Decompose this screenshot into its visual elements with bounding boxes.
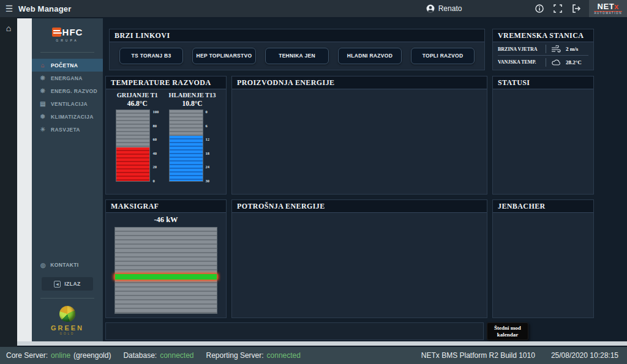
database-status: Database: connected: [123, 351, 193, 360]
heating-column: GRIJANJE T1 46.8°C 10080 6040 200: [116, 92, 159, 183]
sun-icon: ☀: [39, 126, 47, 133]
statusi-panel: STATUSI: [492, 76, 594, 195]
jenbacher-panel: JENBACHER: [492, 199, 594, 318]
calendar-mode-button[interactable]: Štedni mod kalendar: [487, 322, 528, 340]
temperature-panel: TEMPERATURE RAZVODA GRIJANJE T1 46.8°C 1…: [105, 76, 227, 195]
green-gold-logo: GREEN GOLD: [32, 298, 103, 335]
panel-title: BRZI LINKOVI: [110, 29, 484, 42]
exit-button[interactable]: ◂ IZLAZ: [42, 277, 93, 291]
panel-title: STATUSI: [493, 76, 593, 89]
panel-title: VREMENSKA STANICA: [493, 29, 593, 42]
fullscreen-icon[interactable]: [554, 4, 562, 13]
scroll-strip: [17, 18, 32, 341]
home-icon: ⌂: [39, 62, 47, 69]
user-name: Renato: [438, 4, 462, 13]
sidebar-item-energ-razvod[interactable]: ❋ ENERG. RAZVOD: [32, 84, 103, 97]
quick-link-hladni-razvod[interactable]: HLADNI RAZVOD: [338, 48, 402, 64]
reporting-server-status: Reporting Server: connected: [206, 351, 301, 360]
green-gold-icon: [59, 306, 75, 322]
panel-title: POTROŠNJA ENERGIJE: [232, 200, 487, 213]
dashboard: BRZI LINKOVI TS TORANJ B3 HEP TOPLINARST…: [103, 18, 627, 341]
user-icon: [426, 4, 435, 13]
bottom-strip: [17, 341, 627, 346]
quick-link-ts-toranj[interactable]: TS TORANJ B3: [119, 48, 183, 64]
core-server-status: Core Server: online (greengold): [6, 351, 111, 360]
info-icon[interactable]: [535, 4, 544, 13]
sidebar-item-rasvjeta[interactable]: ☀ RASVJETA: [32, 123, 103, 136]
platform-version: NETx BMS Platform R2 Build 1010: [421, 351, 535, 360]
divider: [40, 52, 94, 53]
panel-title: TEMPERATURE RAZVODA: [106, 76, 226, 89]
menu-icon[interactable]: ☰: [0, 4, 18, 13]
weather-station-panel: VREMENSKA STANICA BRZINA VJETRA 2 m/s VA…: [492, 29, 594, 70]
wind-speed-row: BRZINA VJETRA 2 m/s: [498, 43, 588, 56]
hfc-logo: HFC GRUPA: [32, 18, 103, 47]
cloud-icon: [551, 59, 562, 66]
app-title: Web Manager: [18, 4, 71, 13]
quick-link-tehnika-jen[interactable]: TEHNIKA JEN: [265, 48, 329, 64]
topbar: ☰ Web Manager Renato NET: [0, 0, 627, 17]
panel-title: MAKSIGRAF: [106, 200, 226, 213]
contact-icon: ◎: [40, 262, 46, 269]
logout-icon[interactable]: [572, 4, 580, 13]
maksigraf-chart: [115, 227, 217, 314]
sidebar-item-klimatizacija[interactable]: ❅ KLIMATIZACIJA: [32, 110, 103, 123]
exit-icon: ◂: [54, 281, 61, 288]
sidebar: HFC GRUPA ⌂ POČETNA ❋ ENERGANA ❋ ENERG. …: [32, 18, 103, 341]
datetime: 25/08/2020 10:28:15: [551, 351, 618, 360]
home-icon[interactable]: ⌂: [4, 23, 13, 33]
sidebar-item-ventilacija[interactable]: ▤ VENTILACIJA: [32, 97, 103, 110]
maksigraf-panel: MAKSIGRAF -46 kW: [105, 199, 227, 318]
panel-title: PROIZVODNJA ENERGIJE: [232, 76, 487, 89]
divider: [40, 298, 94, 299]
sidebar-item-pocetna[interactable]: ⌂ POČETNA: [32, 59, 103, 72]
turbine-icon: ❋: [39, 75, 47, 81]
sidebar-nav: ⌂ POČETNA ❋ ENERGANA ❋ ENERG. RAZVOD ▤ V…: [32, 59, 103, 136]
user-menu[interactable]: Renato: [426, 4, 462, 13]
hfc-logo-icon: [52, 28, 61, 37]
sidebar-item-kontakti[interactable]: ◎ KONTAKTI: [32, 259, 103, 271]
quick-link-hep-toplinarstvo[interactable]: HEP TOPLINARSTVO: [192, 48, 256, 64]
snowflake-icon: ❅: [39, 113, 47, 120]
netx-logo: NETx AUTOMATION: [589, 0, 627, 17]
wind-icon: [551, 45, 562, 53]
energy-production-panel: PROIZVODNJA ENERGIJE: [231, 76, 487, 195]
outside-temp-row: VANJSKA TEMP. 28.2°C: [498, 56, 588, 69]
left-rail: ⌂: [0, 17, 17, 347]
heating-bar: [116, 110, 150, 182]
sidebar-item-energana[interactable]: ❋ ENERGANA: [32, 72, 103, 84]
quick-links-panel: BRZI LINKOVI TS TORANJ B3 HEP TOPLINARST…: [109, 29, 485, 70]
maksigraf-value: -46 kW: [106, 215, 226, 225]
statusbar: Core Server: online (greengold) Database…: [0, 347, 627, 364]
vent-icon: ▤: [39, 100, 47, 107]
maksigraf-bar: [115, 274, 217, 280]
control-strip: [105, 322, 484, 340]
cooling-column: HLAĐENJE T13 10.8°C 06 1218 2430: [169, 92, 216, 183]
panel-title: JENBACHER: [493, 200, 593, 213]
quick-link-topli-razvod[interactable]: TOPLI RAZVOD: [411, 48, 475, 64]
web-manager-app: ☰ Web Manager Renato NET: [0, 0, 627, 364]
turbine-icon: ❋: [39, 87, 47, 94]
cooling-bar: [169, 110, 203, 182]
energy-consumption-panel: POTROŠNJA ENERGIJE: [231, 199, 487, 318]
